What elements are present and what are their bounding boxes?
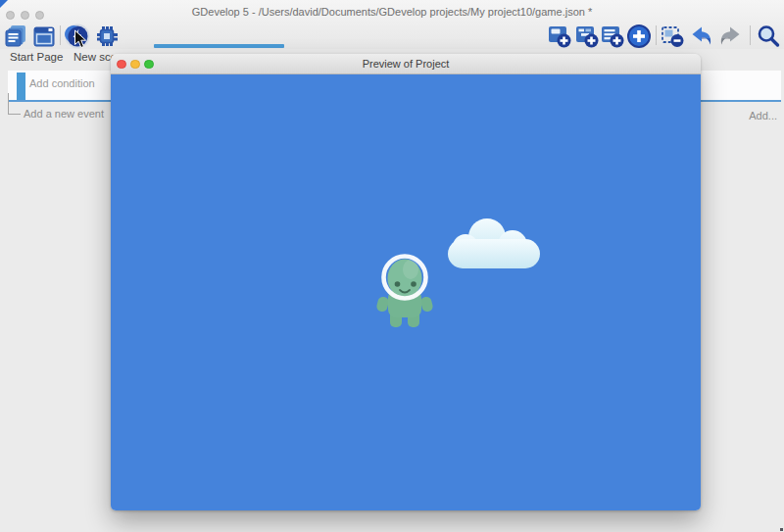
toolbar-separator (750, 25, 751, 45)
mouse-cursor (74, 29, 87, 49)
cloud (444, 217, 544, 271)
add-subevent-icon[interactable] (574, 24, 600, 49)
corner-artifact (0, 0, 8, 8)
add-more-icon[interactable] (626, 24, 652, 49)
preview-titlebar[interactable]: Preview of Project (111, 54, 701, 74)
event-tree-connector (8, 93, 21, 115)
resize-grip-artifact (780, 528, 783, 531)
add-comment-icon[interactable] (600, 24, 625, 49)
gdevelop-main-window: GDevelop 5 - /Users/david/Documents/GDev… (0, 0, 784, 532)
debugger-icon[interactable] (94, 24, 120, 49)
tab-start-page[interactable]: Start Page (10, 51, 63, 69)
preview-window: Preview of Project (111, 54, 701, 510)
zoom-button[interactable] (35, 11, 44, 20)
add-condition-link[interactable]: Add condition (29, 77, 95, 89)
add-event-icon[interactable] (547, 24, 572, 49)
redo-icon[interactable] (717, 24, 743, 49)
toolbar-separator (656, 25, 657, 45)
close-button[interactable] (6, 11, 15, 20)
preview-title: Preview of Project (111, 58, 701, 70)
add-new-event-link[interactable]: Add a new event (24, 108, 104, 120)
alien-player (369, 247, 440, 331)
undo-icon[interactable] (689, 24, 714, 49)
add-more-link[interactable]: Add... (749, 110, 777, 121)
game-canvas[interactable] (111, 74, 701, 510)
events-list-icon[interactable] (3, 24, 28, 49)
delete-selection-icon[interactable] (660, 24, 685, 49)
search-icon[interactable] (756, 24, 781, 49)
toolbar-separator (60, 25, 61, 45)
minimize-button[interactable] (21, 11, 29, 20)
scene-window-icon[interactable] (31, 24, 57, 49)
window-title: GDevelop 5 - /Users/david/Documents/GDev… (118, 6, 666, 18)
active-tab-indicator (154, 44, 284, 48)
